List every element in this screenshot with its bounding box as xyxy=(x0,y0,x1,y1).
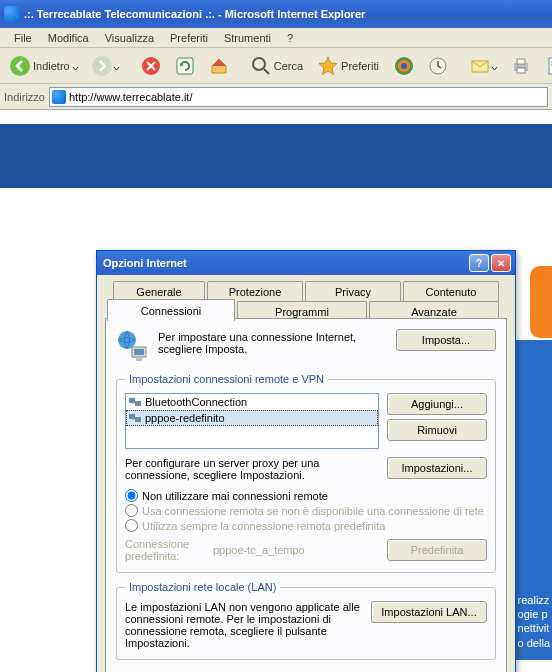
history-button[interactable] xyxy=(422,52,454,80)
window-title: .:. Terrecablate Telecomunicazioni .:. -… xyxy=(24,8,548,20)
setup-button[interactable]: Imposta... xyxy=(396,329,496,351)
svg-point-4 xyxy=(253,58,265,70)
default-connection-row: Connessione predefinita: pppoe-tc_a_temp… xyxy=(125,538,487,562)
svg-rect-3 xyxy=(177,58,193,74)
mail-icon xyxy=(469,55,491,77)
vpn-legend: Impostazioni connessioni remote e VPN xyxy=(125,373,328,385)
connection-list[interactable]: BluetoothConnection pppoe-redefinito xyxy=(125,393,379,449)
svg-rect-24 xyxy=(129,414,135,419)
connection-icon xyxy=(128,411,142,425)
svg-point-17 xyxy=(118,331,136,349)
help-button[interactable]: ? xyxy=(469,254,489,272)
side-blue-block: realizz ogie p nettivit o della xyxy=(516,340,552,660)
refresh-button[interactable] xyxy=(169,52,201,80)
window-titlebar: .:. Terrecablate Telecomunicazioni .:. -… xyxy=(0,0,552,28)
setup-text: Per impostare una connessione Internet, … xyxy=(158,329,388,355)
search-icon xyxy=(250,55,272,77)
svg-rect-21 xyxy=(129,398,135,403)
add-button[interactable]: Aggiungi... xyxy=(387,393,487,415)
svg-point-8 xyxy=(401,63,407,69)
list-item[interactable]: pppoe-redefinito xyxy=(126,410,378,426)
tab-connections[interactable]: Connessioni xyxy=(107,299,235,321)
chevron-down-icon xyxy=(491,62,498,69)
tab-strip: Generale Protezione Privacy Contenuto Co… xyxy=(105,281,507,319)
svg-rect-20 xyxy=(136,358,142,361)
lan-group: Impostazioni rete locale (LAN) Le impost… xyxy=(116,581,496,660)
svg-rect-12 xyxy=(517,59,525,64)
dialog-title: Opzioni Internet xyxy=(101,257,467,269)
edit-button[interactable] xyxy=(539,52,552,80)
edit-icon xyxy=(544,55,552,77)
dialog-body: Generale Protezione Privacy Contenuto Co… xyxy=(97,275,515,672)
back-button[interactable]: Indietro xyxy=(4,52,84,80)
set-default-button: Predefinita xyxy=(387,539,487,561)
side-orange-tab[interactable] xyxy=(530,266,552,338)
tab-general[interactable]: Generale xyxy=(113,281,205,301)
refresh-icon xyxy=(174,55,196,77)
svg-rect-19 xyxy=(134,349,144,355)
connection-icon xyxy=(128,395,142,409)
tab-security[interactable]: Protezione xyxy=(207,281,303,301)
settings-button[interactable]: Impostazioni... xyxy=(387,457,487,479)
media-icon xyxy=(393,55,415,77)
setup-row: Per impostare una connessione Internet, … xyxy=(116,329,496,363)
page-content: realizz ogie p nettivit o della Numero V… xyxy=(0,110,552,672)
chevron-down-icon xyxy=(72,62,79,69)
vpn-group: Impostazioni connessioni remote e VPN Bl… xyxy=(116,373,496,573)
mail-button[interactable] xyxy=(464,52,503,80)
dialog-titlebar[interactable]: Opzioni Internet ? ✕ xyxy=(97,251,515,275)
search-button[interactable]: Cerca xyxy=(245,52,310,80)
radio-always-dial[interactable]: Utilizza sempre la connessione remota pr… xyxy=(125,519,487,532)
address-input[interactable] xyxy=(69,91,545,103)
back-icon xyxy=(9,55,31,77)
print-button[interactable] xyxy=(505,52,537,80)
lan-legend: Impostazioni rete locale (LAN) xyxy=(125,581,280,593)
radio-dial-if-no-net[interactable]: Usa connessione remota se non è disponib… xyxy=(125,504,487,517)
stop-icon xyxy=(140,55,162,77)
ie-icon xyxy=(52,90,66,104)
svg-line-5 xyxy=(264,69,269,74)
menu-favorites[interactable]: Preferiti xyxy=(162,30,216,46)
media-button[interactable] xyxy=(388,52,420,80)
ie-icon xyxy=(4,6,20,22)
address-label: Indirizzo xyxy=(4,91,45,103)
menu-tools[interactable]: Strumenti xyxy=(216,30,279,46)
globe-computer-icon xyxy=(116,329,150,363)
menu-edit[interactable]: Modifica xyxy=(40,30,97,46)
list-item[interactable]: BluetoothConnection xyxy=(126,394,378,410)
page-header-band xyxy=(0,124,552,188)
stop-button[interactable] xyxy=(135,52,167,80)
default-label: Connessione predefinita: xyxy=(125,538,203,562)
internet-options-dialog: Opzioni Internet ? ✕ Generale Protezione… xyxy=(96,250,516,672)
home-button[interactable] xyxy=(203,52,235,80)
tab-panel-connections: Per impostare una connessione Internet, … xyxy=(105,318,507,672)
default-value: pppoe-tc_a_tempo xyxy=(213,544,377,556)
history-icon xyxy=(427,55,449,77)
menu-view[interactable]: Visualizza xyxy=(97,30,162,46)
close-button[interactable]: ✕ xyxy=(491,254,511,272)
print-icon xyxy=(510,55,532,77)
remove-button[interactable]: Rimuovi xyxy=(387,419,487,441)
star-icon xyxy=(317,55,339,77)
svg-rect-13 xyxy=(517,68,525,73)
lan-settings-button[interactable]: Impostazioni LAN... xyxy=(371,601,487,623)
proxy-text: Per configurare un server proxy per una … xyxy=(125,457,379,481)
address-bar: Indirizzo xyxy=(0,84,552,110)
forward-button[interactable] xyxy=(86,52,125,80)
menu-help[interactable]: ? xyxy=(279,30,301,46)
home-icon xyxy=(208,55,230,77)
forward-icon xyxy=(91,55,113,77)
dial-radios: Non utilizzare mai connessioni remote Us… xyxy=(125,489,487,532)
lan-text: Le impostazioni LAN non vengono applicat… xyxy=(125,601,363,649)
chevron-down-icon xyxy=(113,62,120,69)
tab-content[interactable]: Contenuto xyxy=(403,281,499,301)
tab-privacy[interactable]: Privacy xyxy=(305,281,401,301)
svg-point-1 xyxy=(92,56,112,76)
menu-file[interactable]: File xyxy=(6,30,40,46)
favorites-button[interactable]: Preferiti xyxy=(312,52,386,80)
svg-point-0 xyxy=(10,56,30,76)
toolbar: Indietro Cerca Preferiti xyxy=(0,48,552,84)
menu-bar: File Modifica Visualizza Preferiti Strum… xyxy=(0,28,552,48)
radio-never-dial[interactable]: Non utilizzare mai connessioni remote xyxy=(125,489,487,502)
address-input-wrap[interactable] xyxy=(49,87,548,107)
